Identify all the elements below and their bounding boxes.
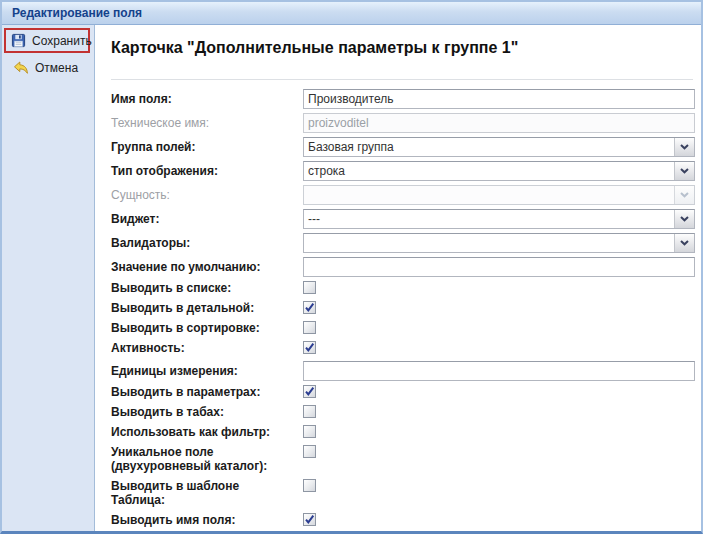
field-row: Единицы измерения: [111,361,695,381]
field-label: Выводить в сортировке: [111,321,303,335]
field-row: Техническое имя: [111,113,695,133]
field-row: Тип отображения:строка [111,161,695,181]
field-label: Виджет: [111,212,303,226]
text-input[interactable] [303,113,695,133]
text-input[interactable] [303,257,695,277]
save-button-label: Сохранить [32,34,92,48]
select-field[interactable]: Базовая группа [303,137,695,157]
field-row: Активность: [111,341,695,355]
field-label: Выводить в шаблоне Таблица: [111,479,303,507]
field-row: Выводить в шаблоне Таблица: [111,479,695,507]
field-row: Уникальное поле (двухуровневый каталог): [111,445,695,473]
undo-icon [13,61,29,75]
field-label: Валидаторы: [111,236,303,250]
cancel-button[interactable]: Отмена [8,58,94,78]
checkbox-unchecked[interactable] [303,425,316,438]
field-label: Единицы измерения: [111,364,303,378]
select-value: строка [304,162,674,180]
select-field[interactable] [303,233,695,253]
field-row: Валидаторы: [111,233,695,253]
title-separator [111,79,693,80]
field-label: Сущность: [111,188,303,202]
field-row: Выводить в параметрах: [111,385,695,399]
field-label: Использовать как фильтр: [111,425,303,439]
chevron-down-icon[interactable] [674,210,694,228]
text-input[interactable] [303,89,695,109]
select-value: Базовая группа [304,138,674,156]
chevron-down-icon[interactable] [674,234,694,252]
toolbar-sidebar: Сохранить Отмена [2,25,95,531]
edit-field-form: Имя поля:Техническое имя:Группа полей:Ба… [111,89,695,531]
checkbox-checked[interactable] [303,301,316,314]
cancel-button-label: Отмена [35,61,78,75]
chevron-down-icon[interactable] [674,138,694,156]
field-label: Техническое имя: [111,116,303,130]
checkbox-unchecked[interactable] [303,405,316,418]
field-label: Выводить в списке: [111,281,303,295]
field-label: Имя поля: [111,92,303,106]
field-label: Выводить в табах: [111,405,303,419]
field-row: Выводить в табах: [111,405,695,419]
checkbox-unchecked[interactable] [303,445,316,458]
window-body: Сохранить Отмена Карточка "Дополнительны… [2,25,701,531]
field-row: Выводить имя поля: [111,513,695,527]
checkbox-checked[interactable] [303,341,316,354]
save-button[interactable]: Сохранить [6,30,88,51]
save-button-highlight-annotation: Сохранить [4,28,90,53]
field-row: Выводить в сортировке: [111,321,695,335]
checkbox-unchecked[interactable] [303,321,316,334]
checkbox-checked[interactable] [303,513,316,526]
field-row: Использовать как фильтр: [111,425,695,439]
field-row: Сущность: [111,185,695,205]
select-field[interactable]: строка [303,161,695,181]
window-titlebar: Редактирование поля [2,2,701,25]
field-label: Значение по умолчанию: [111,260,303,274]
text-input[interactable] [303,361,695,381]
field-label: Тип отображения: [111,164,303,178]
field-row: Группа полей:Базовая группа [111,137,695,157]
field-row: Виджет:--- [111,209,695,229]
field-label: Активность: [111,341,303,355]
chevron-down-icon[interactable] [674,186,694,204]
select-value: --- [304,210,674,228]
main-panel: Карточка "Дополнительные параметры к гру… [95,25,701,531]
select-field[interactable]: --- [303,209,695,229]
checkbox-unchecked[interactable] [303,281,316,294]
checkbox-checked[interactable] [303,385,316,398]
chevron-down-icon[interactable] [674,162,694,180]
field-label: Уникальное поле (двухуровневый каталог): [111,445,303,473]
window-title: Редактирование поля [12,6,142,20]
select-field[interactable] [303,185,695,205]
field-label: Группа полей: [111,140,303,154]
field-row: Имя поля: [111,89,695,109]
field-row: Значение по умолчанию: [111,257,695,277]
field-label: Выводить имя поля: [111,513,303,527]
field-label: Выводить в параметрах: [111,385,303,399]
field-row: Выводить в детальной: [111,301,695,315]
edit-field-window: Редактирование поля Сохр [0,0,703,534]
field-row: Выводить в списке: [111,281,695,295]
checkbox-unchecked[interactable] [303,479,316,492]
field-label: Выводить в детальной: [111,301,303,315]
card-title: Карточка "Дополнительные параметры к гру… [111,38,695,58]
save-icon [11,33,26,48]
